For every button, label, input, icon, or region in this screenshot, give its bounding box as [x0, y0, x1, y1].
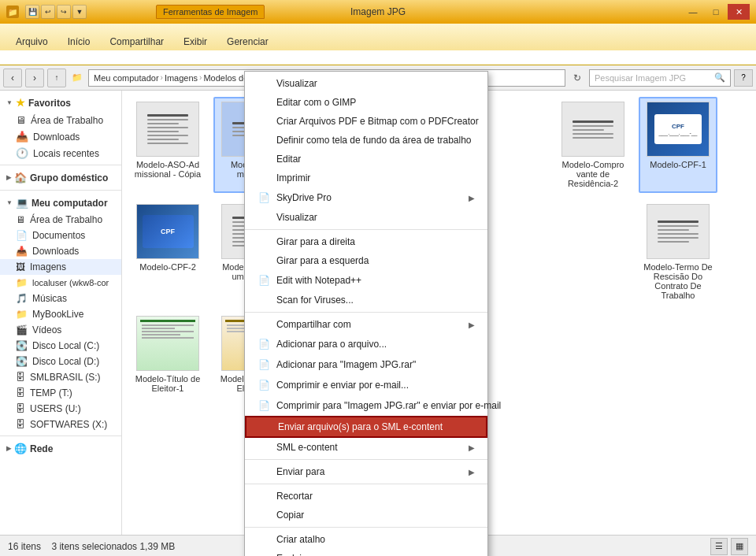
menu-item[interactable]: Visualizar [245, 74, 487, 93]
file-thumb-aso[interactable]: Modelo-ASO-Ad missional - Cópia [128, 97, 207, 193]
file-thumb-cpf1[interactable]: CPF ___.___.___-__ Modelo-CPF-1 [639, 97, 717, 193]
sidebar-item-users[interactable]: 🗄 USERS (U:) [0, 401, 121, 417]
sidebar-item-mybooklive[interactable]: 📁 MyBookLive [0, 306, 121, 322]
bc-mycomputer[interactable]: Meu computador [94, 73, 159, 83]
menu-item[interactable]: Criar atalho [245, 530, 487, 549]
bc-sep2: › [199, 73, 202, 82]
menu-item[interactable]: Enviar para▶ [245, 462, 487, 481]
back-button[interactable]: ‹ [3, 69, 22, 87]
forward-button[interactable]: › [25, 69, 44, 87]
tab-arquivo[interactable]: Arquivo [6, 33, 58, 50]
sidebar-item-desktop2[interactable]: 🖥 Área de Trabalho [0, 212, 121, 228]
sidebar-item-temp[interactable]: 🗄 TEMP (T:) [0, 385, 121, 401]
mycomputer-header[interactable]: ▼ 💻 Meu computador [0, 194, 121, 212]
refresh-button[interactable]: ↻ [569, 69, 586, 87]
sidebar-item-softwares[interactable]: 🗄 SOFTWARES (X:) [0, 417, 121, 432]
menu-item-left: 📄Edit with Notepad++ [258, 274, 361, 287]
menu-item[interactable]: Definir como tela de fundo da área de tr… [245, 131, 487, 150]
folder-icon: 🖥 [16, 214, 25, 225]
folder-icon: 📥 [16, 131, 28, 143]
menu-item-left: 📄Comprimir e enviar por e-mail... [258, 379, 409, 391]
file-thumb-cprovante[interactable]: Modelo-Compro vante de Residência-2 [554, 97, 632, 193]
search-bar[interactable]: Pesquisar Imagem JPG 🔍 [589, 69, 731, 87]
menu-item-left: Enviar arquivo(s) para o SML e-content [259, 421, 443, 432]
menu-item[interactable]: 📄SkyDrive Pro▶ [245, 187, 487, 208]
file-thumb-cpf2[interactable]: CPF Modelo-CPF-2 [128, 199, 207, 305]
cpf-card: CPF ___.___.___-__ [654, 114, 702, 144]
sidebar-item-downloads[interactable]: 📥 Downloads [0, 128, 121, 145]
favorites-label: Favoritos [28, 98, 71, 109]
mycomputer-section: ▼ 💻 Meu computador 🖥 Área de Trabalho 📄 … [0, 194, 121, 432]
menu-item[interactable]: Copiar [245, 506, 487, 524]
qat-dropdown[interactable]: ▼ [72, 5, 87, 19]
sidebar-item-desktop[interactable]: 🖥 Área de Trabalho [0, 112, 121, 128]
menu-item-left: 📄SkyDrive Pro [258, 191, 332, 204]
folder-icon: 🎵 [16, 293, 28, 304]
menu-item-left: Visualizar [258, 78, 317, 89]
menu-item[interactable]: Compartilhar com▶ [245, 315, 487, 334]
minimize-button[interactable]: — [682, 4, 704, 20]
maximize-button[interactable]: □ [705, 4, 727, 20]
rede-header[interactable]: ▶ 🌐 Rede [0, 439, 121, 458]
menu-item[interactable]: Girar para a direita [245, 232, 487, 251]
menu-item-left: Editar [258, 154, 301, 165]
menu-item[interactable]: Visualizar [245, 208, 487, 227]
sidebar-item-videos[interactable]: 🎬 Vídeos [0, 322, 121, 338]
menu-item[interactable]: 📄Comprimir e enviar por e-mail... [245, 375, 487, 395]
sidebar-item-downloads2[interactable]: 📥 Downloads [0, 243, 121, 259]
favorites-header[interactable]: ▼ ★ Favoritos [0, 94, 121, 112]
qat-redo[interactable]: ↪ [57, 5, 71, 19]
menu-item[interactable]: 📄Edit with Notepad++ [245, 270, 487, 291]
help-button[interactable]: ? [734, 69, 753, 87]
menu-item-icon: 📄 [258, 379, 270, 391]
file-thumb-termo[interactable]: Modelo-Termo De Rescisão Do Contrato De … [639, 199, 717, 305]
sidebar-item-imagens[interactable]: 🖼 Imagens [0, 259, 121, 275]
sidebar-item-diskc[interactable]: 💽 Disco Local (C:) [0, 338, 121, 354]
menu-item[interactable]: Excluir [245, 549, 487, 556]
grupo-section: ▶ 🏠 Grupo doméstico [0, 169, 121, 187]
context-menu: VisualizarEditar com o GIMPCriar Arquivo… [244, 71, 488, 556]
doc-preview [569, 118, 617, 141]
sidebar-item-localuser[interactable]: 📁 localuser (wkw8-cor [0, 275, 121, 291]
bc-imagens[interactable]: Imagens [165, 73, 198, 83]
menu-item[interactable]: Editar com o GIMP [245, 93, 487, 112]
thumb-image [136, 102, 199, 157]
grupo-header[interactable]: ▶ 🏠 Grupo doméstico [0, 169, 121, 187]
sidebar-item-musicas[interactable]: 🎵 Músicas [0, 291, 121, 306]
statusbar-right: ☰ ▦ [710, 538, 748, 555]
menu-item[interactable]: 📄Adicionar para "Imagem JPG.rar" [245, 354, 487, 375]
sidebar-label: Downloads [32, 246, 79, 257]
tab-exibir[interactable]: Exibir [174, 33, 217, 50]
close-button[interactable]: ✕ [728, 4, 750, 20]
sidebar-item-documentos[interactable]: 📄 Documentos [0, 228, 121, 243]
green-preview [137, 317, 198, 370]
qat-undo[interactable]: ↩ [41, 5, 55, 19]
menu-item[interactable]: Scan for Viruses... [245, 291, 487, 310]
view-grid-button[interactable]: ▦ [731, 538, 748, 555]
view-list-button[interactable]: ☰ [710, 538, 728, 555]
file-thumb-titulo1[interactable]: Modelo-Título de Eleitor-1 [128, 311, 207, 398]
file-name: Modelo-Termo De Rescisão Do Contrato De … [643, 262, 713, 300]
menu-item[interactable]: Editar [245, 150, 487, 169]
menu-item[interactable]: Recortar [245, 487, 487, 506]
sidebar-label: MyBookLive [32, 309, 83, 320]
sidebar-item-diskd[interactable]: 💽 Disco Local (D:) [0, 354, 121, 369]
up-button[interactable]: ↑ [47, 69, 66, 87]
tab-gerenciar[interactable]: Gerenciar [217, 33, 279, 50]
sidebar-item-smlbrasil[interactable]: 🗄 SMLBRASIL (S:) [0, 369, 121, 385]
menu-item[interactable]: Imprimir [245, 169, 487, 187]
disk-icon: 💽 [16, 356, 28, 367]
menu-item[interactable]: Criar Arquivos PDF e Bitmap com o PDFCre… [245, 112, 487, 131]
menu-item[interactable]: Enviar arquivo(s) para o SML e-content [245, 416, 487, 438]
menu-item-left: 📄Comprimir para "Imagem JPG.rar" e envia… [258, 399, 501, 412]
menu-item[interactable]: 📄Comprimir para "Imagem JPG.rar" e envia… [245, 395, 487, 416]
qat-save[interactable]: 💾 [25, 5, 39, 19]
menu-item[interactable]: Girar para a esquerda [245, 251, 487, 270]
tab-inicio[interactable]: Início [58, 33, 101, 50]
sidebar-item-recent[interactable]: 🕐 Locais recentes [0, 145, 121, 161]
tab-compartilhar[interactable]: Compartilhar [100, 33, 174, 50]
menu-item[interactable]: SML e-content▶ [245, 438, 487, 457]
menu-item[interactable]: 📄Adicionar para o arquivo... [245, 334, 487, 354]
folder-icon: 🎬 [16, 324, 28, 335]
menu-separator [245, 312, 487, 313]
